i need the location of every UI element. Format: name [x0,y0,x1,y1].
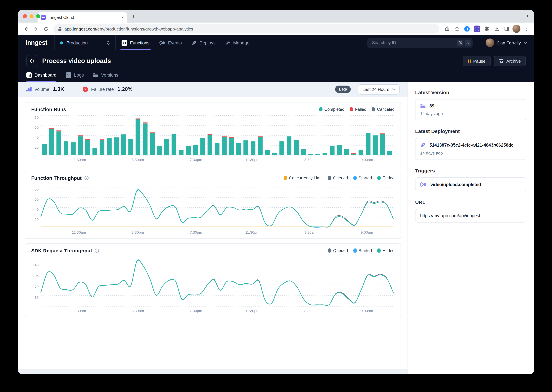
app-nav: inngest Production Functions Events [18,35,534,50]
address-bar[interactable]: app.inngest.com/env/production/functions… [53,24,439,34]
updown-chevron-icon [107,40,110,45]
tab-logs[interactable]: Logs [66,72,84,82]
svg-text:3:30am: 3:30am [304,158,317,162]
svg-text:80: 80 [35,187,39,191]
bottom-strip [18,369,407,374]
pause-button[interactable]: Pause [463,56,491,66]
legend-item: Queued [328,176,348,180]
user-menu[interactable]: Dan Farrelly [479,38,534,47]
svg-text:9:00am: 9:00am [361,230,373,234]
nav-item-manage[interactable]: Manage [225,35,249,50]
archive-button[interactable]: Archive [494,56,526,66]
url-value: https://my-app.com/api/inngest [420,213,480,218]
nav-item-label: Manage [233,40,249,45]
environment-selector[interactable]: Production [55,35,116,50]
reload-icon[interactable] [42,25,50,33]
trigger-card[interactable]: video/upload.completed [415,177,526,191]
triggers-heading: Triggers [415,168,526,174]
browser-toolbar: app.inngest.com/env/production/functions… [18,22,534,35]
downloads-icon[interactable] [493,25,501,33]
page-title: Process video uploads [42,57,459,65]
purple-extension-icon[interactable] [473,25,481,33]
sdk-throughput-chart: 357010514011:30am3:30pm7:30pm11:30pm3:30… [31,253,395,315]
legend-item: Concurrency Limit [284,176,322,180]
tab-dashboard[interactable]: Dashboard [26,72,57,82]
failure-label: Failure rate [91,87,114,92]
svg-text:20: 20 [35,145,39,149]
tab-versions[interactable]: Versions [93,72,118,82]
legend-swatch [377,176,381,180]
close-window-button[interactable] [23,14,27,18]
svg-text:11:30pm: 11:30pm [245,158,259,162]
svg-text:35: 35 [35,296,39,300]
browser-profile-avatar[interactable] [512,25,520,33]
new-tab-button[interactable]: + [132,14,135,21]
browser-tab[interactable]: Inngest Cloud × [37,12,127,22]
svg-text:80: 80 [35,116,39,119]
svg-text:3:30pm: 3:30pm [132,309,144,313]
events-icon [160,41,165,45]
failure-value: 1.20% [117,86,132,92]
1password-extension-icon[interactable] [463,25,471,33]
legend-item: Failed [350,107,366,112]
svg-text:7:30pm: 7:30pm [190,230,202,234]
svg-text:11:30am: 11:30am [72,230,86,234]
side-panel-icon[interactable] [502,25,511,33]
environment-status-dot [60,41,63,44]
svg-text:20: 20 [35,218,39,222]
details-sidebar: Latest Version 39 14 days ago Latest Dep… [407,82,534,374]
function-throughput-card: Function Throughput Concurrency Limit Qu… [25,171,401,239]
legend-item: Started [353,248,372,253]
nav-item-events[interactable]: Events [160,35,182,50]
volume-value: 1.3K [53,86,64,92]
latest-version-time: 14 days ago [420,112,522,116]
pause-icon [468,59,471,63]
lock-icon [58,27,62,31]
latest-deployment-heading: Latest Deployment [415,128,526,134]
search-box[interactable]: ⌘ K [367,38,473,48]
volume-bars-icon [26,87,31,91]
forward-icon[interactable] [32,25,40,33]
extensions-puzzle-icon[interactable] [483,25,491,33]
tab-close-icon[interactable]: × [121,15,124,20]
svg-text:105: 105 [33,274,39,278]
dashboard-chart-icon [26,72,32,78]
legend-item: Queued [328,248,348,253]
window-controls[interactable] [23,14,40,18]
tab-list-chevron-icon[interactable]: ▾ [527,14,528,18]
back-icon[interactable] [22,25,30,33]
url-path: /env/production/functions/growth-webapp-… [96,26,193,31]
info-icon[interactable] [84,176,88,180]
svg-text:3:30am: 3:30am [304,309,317,313]
browser-menu-icon[interactable] [522,25,530,33]
legend-swatch [377,248,381,253]
chevron-down-icon [524,42,527,44]
kbd-k: K [465,40,471,46]
logs-terminal-icon [66,72,71,78]
url-card[interactable]: https://my-app.com/api/inngest [415,209,526,223]
inngest-favicon [41,15,46,20]
trigger-value: video/upload.completed [430,182,481,187]
nav-item-functions[interactable]: Functions [122,35,149,50]
minimize-window-button[interactable] [29,14,34,18]
functions-code-icon [122,40,127,46]
svg-text:40: 40 [35,135,39,140]
svg-text:60: 60 [35,126,39,130]
browser-window: Inngest Cloud × + ▾ app.inngest.com/env/… [18,10,534,374]
time-range-select[interactable]: Last 24 Hours [358,84,399,94]
latest-deployment-card[interactable]: 5141387e-35c2-4efe-a421-4843b86258dc 14 … [415,138,526,160]
bookmark-star-icon[interactable] [453,25,461,33]
nav-item-deploys[interactable]: Deploys [192,35,216,50]
tab-title: Inngest Cloud [49,15,119,20]
legend-item: Canceled [372,107,395,112]
search-input[interactable] [371,40,456,45]
share-icon[interactable] [443,25,451,33]
info-icon[interactable] [95,248,99,253]
zoom-window-button[interactable] [36,14,40,18]
svg-text:11:30pm: 11:30pm [245,230,259,234]
inngest-logo[interactable]: inngest [18,39,55,46]
svg-text:11:30am: 11:30am [72,158,86,162]
svg-text:9:00am: 9:00am [361,158,373,162]
svg-text:3:30pm: 3:30pm [132,158,144,162]
failure-rate-stat: ✕ Failure rate 1.20% [83,86,132,92]
